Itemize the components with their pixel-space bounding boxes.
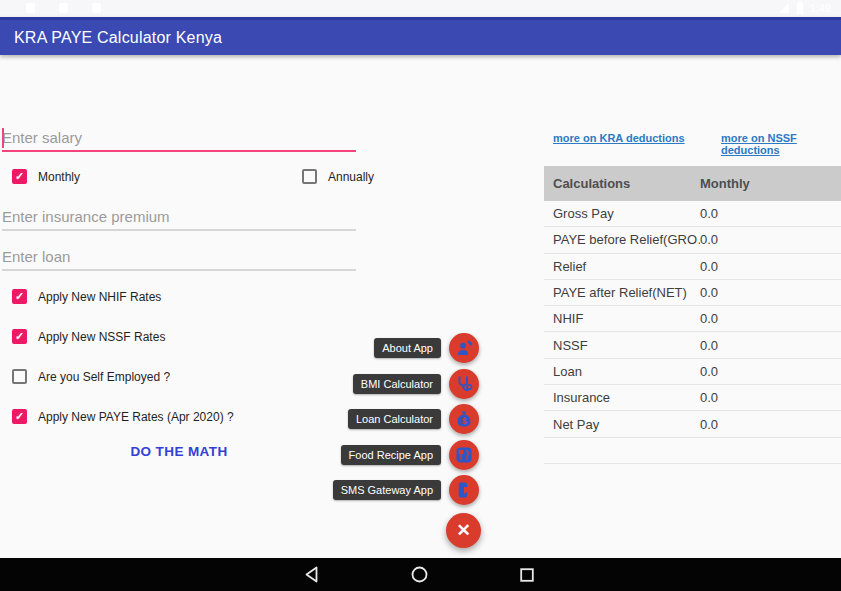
row-label: Gross Pay xyxy=(544,206,700,221)
annually-label: Annually xyxy=(328,170,374,184)
status-indicators: 1:49 xyxy=(778,1,831,14)
fab-item-loan[interactable]: Loan Calculator $ xyxy=(333,404,479,434)
table-row-relief: Relief 0.0 xyxy=(544,254,841,280)
nhif-rates-checkbox[interactable] xyxy=(12,289,27,304)
row-label: PAYE before Relief(GRO… xyxy=(544,232,700,247)
row-value: 0.0 xyxy=(700,417,718,432)
fab-menu: About App BMI Calculator Loan Calculat xyxy=(333,333,479,511)
annually-checkbox[interactable] xyxy=(302,169,317,184)
food-recipe-fab[interactable] xyxy=(449,440,479,470)
sms-gateway-fab[interactable] xyxy=(449,475,479,505)
nssf-deductions-link[interactable]: more on NSSF deductions xyxy=(721,132,841,156)
fab-item-food[interactable]: Food Recipe App xyxy=(333,440,479,470)
table-row-nssf: NSSF 0.0 xyxy=(544,332,841,358)
fab-close-button[interactable]: ✕ xyxy=(446,513,481,548)
notification-icon xyxy=(59,3,68,13)
insurance-input[interactable]: Enter insurance premium xyxy=(2,208,356,231)
bmi-calculator-chip[interactable]: BMI Calculator xyxy=(353,374,441,394)
about-app-chip[interactable]: About App xyxy=(374,338,441,358)
monthly-checkbox[interactable] xyxy=(12,169,27,184)
row-label: Relief xyxy=(544,259,700,274)
row-label: PAYE after Relief(NET) xyxy=(544,285,700,300)
paye-rates-label: Apply New PAYE Rates (Apr 2020) ? xyxy=(38,410,234,424)
app-bar: KRA PAYE Calculator Kenya xyxy=(0,17,841,55)
back-icon[interactable] xyxy=(304,566,319,583)
notification-icon xyxy=(92,3,101,13)
nhif-rates-label: Apply New NHIF Rates xyxy=(38,290,161,304)
table-row-net-pay: Net Pay 0.0 xyxy=(544,411,841,437)
fab-item-bmi[interactable]: BMI Calculator xyxy=(333,369,479,399)
person-edit-icon xyxy=(456,340,473,357)
status-bar: 1:49 xyxy=(0,0,841,17)
app-screen: 1:49 KRA PAYE Calculator Kenya Enter sal… xyxy=(0,0,841,591)
notification-icons xyxy=(26,3,101,13)
row-value: 0.0 xyxy=(700,285,718,300)
nssf-rates-checkbox[interactable] xyxy=(12,329,27,344)
about-app-fab[interactable] xyxy=(449,333,479,363)
kra-deductions-link[interactable]: more on KRA deductions xyxy=(553,132,685,144)
table-row-paye-before: PAYE before Relief(GRO… 0.0 xyxy=(544,227,841,253)
loan-input[interactable]: Enter loan xyxy=(2,248,356,271)
loan-calculator-chip[interactable]: Loan Calculator xyxy=(348,409,441,429)
row-label: Net Pay xyxy=(544,417,700,432)
row-label: Loan xyxy=(544,364,700,379)
table-row-nhif: NHIF 0.0 xyxy=(544,306,841,332)
do-the-math-button[interactable]: DO THE MATH xyxy=(2,444,356,459)
monthly-label: Monthly xyxy=(38,170,80,184)
table-row-loan: Loan 0.0 xyxy=(544,359,841,385)
row-label: NHIF xyxy=(544,311,700,326)
row-value: 0.0 xyxy=(700,364,718,379)
food-recipe-chip[interactable]: Food Recipe App xyxy=(341,445,441,465)
row-label: NSSF xyxy=(544,338,700,353)
bmi-calculator-fab[interactable] xyxy=(449,369,479,399)
loan-calculator-fab[interactable]: $ xyxy=(449,404,479,434)
loan-placeholder: Enter loan xyxy=(2,248,70,265)
table-row-insurance: Insurance 0.0 xyxy=(544,385,841,411)
table-row-paye-after: PAYE after Relief(NET) 0.0 xyxy=(544,280,841,306)
insurance-placeholder: Enter insurance premium xyxy=(2,208,170,225)
clock-text: 1:49 xyxy=(810,2,831,14)
money-bag-icon: $ xyxy=(455,410,473,428)
row-value: 0.0 xyxy=(700,259,718,274)
close-icon: ✕ xyxy=(456,520,470,541)
header-calculations: Calculations xyxy=(544,176,700,191)
paye-rates-checkbox-row[interactable]: Apply New PAYE Rates (Apr 2020) ? xyxy=(12,409,234,424)
self-employed-checkbox-row[interactable]: Are you Self Employed ? xyxy=(12,369,170,384)
monthly-checkbox-row[interactable]: Monthly xyxy=(12,169,80,184)
salary-placeholder: Enter salary xyxy=(2,129,82,146)
header-monthly: Monthly xyxy=(700,176,750,191)
sms-gateway-chip[interactable]: SMS Gateway App xyxy=(333,480,441,500)
recents-icon[interactable] xyxy=(520,568,534,582)
signal-icon xyxy=(778,2,790,14)
notification-icon xyxy=(26,3,35,13)
page-title: KRA PAYE Calculator Kenya xyxy=(14,29,222,47)
phone-sms-icon xyxy=(455,481,473,499)
nssf-rates-label: Apply New NSSF Rates xyxy=(38,330,165,344)
results-table: Calculations Monthly Gross Pay 0.0 PAYE … xyxy=(544,166,841,464)
fab-item-about[interactable]: About App xyxy=(333,333,479,363)
home-icon[interactable] xyxy=(411,566,428,583)
row-value: 0.0 xyxy=(700,232,718,247)
svg-text:$: $ xyxy=(462,417,467,426)
row-label: Insurance xyxy=(544,390,700,405)
battery-icon xyxy=(796,1,804,14)
row-value: 0.0 xyxy=(700,206,718,221)
stethoscope-icon xyxy=(455,375,473,393)
fab-item-sms[interactable]: SMS Gateway App xyxy=(333,475,479,505)
text-caret xyxy=(2,128,4,148)
row-value: 0.0 xyxy=(700,338,718,353)
table-header: Calculations Monthly xyxy=(544,166,841,201)
row-value: 0.0 xyxy=(700,311,718,326)
restaurant-icon xyxy=(455,446,473,464)
row-value: 0.0 xyxy=(700,390,718,405)
annually-checkbox-row[interactable]: Annually xyxy=(302,169,374,184)
salary-input[interactable]: Enter salary xyxy=(2,129,356,152)
self-employed-label: Are you Self Employed ? xyxy=(38,370,170,384)
nssf-rates-checkbox-row[interactable]: Apply New NSSF Rates xyxy=(12,329,165,344)
paye-rates-checkbox[interactable] xyxy=(12,409,27,424)
table-row-empty xyxy=(544,438,841,464)
table-row-gross-pay: Gross Pay 0.0 xyxy=(544,201,841,227)
self-employed-checkbox[interactable] xyxy=(12,369,27,384)
nhif-rates-checkbox-row[interactable]: Apply New NHIF Rates xyxy=(12,289,161,304)
